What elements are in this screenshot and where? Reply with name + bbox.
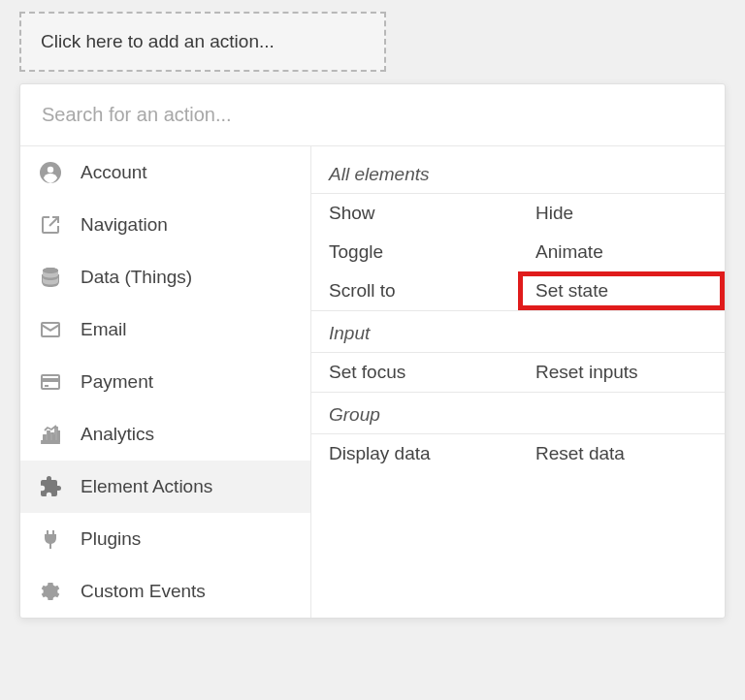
actions-grid: Display data Reset data	[311, 433, 725, 473]
section-input: Input Set focus Reset inputs	[311, 315, 725, 393]
chart-icon	[38, 422, 63, 447]
action-set-focus[interactable]: Set focus	[311, 353, 518, 392]
section-title: Input	[311, 315, 725, 352]
category-label: Email	[81, 319, 127, 340]
category-list: Account Navigation Data (Things)	[20, 146, 311, 618]
category-analytics[interactable]: Analytics	[20, 408, 310, 461]
category-account[interactable]: Account	[20, 146, 310, 199]
category-data[interactable]: Data (Things)	[20, 251, 310, 303]
svg-point-5	[43, 268, 58, 273]
action-set-state[interactable]: Set state	[518, 271, 725, 310]
category-navigation[interactable]: Navigation	[20, 199, 310, 251]
dropdown-columns: Account Navigation Data (Things)	[20, 145, 725, 618]
category-label: Analytics	[81, 424, 154, 445]
category-label: Navigation	[81, 214, 168, 236]
category-label: Plugins	[81, 528, 141, 550]
svg-rect-6	[43, 435, 46, 442]
svg-rect-8	[52, 434, 55, 442]
category-element-actions[interactable]: Element Actions	[20, 461, 310, 513]
category-label: Element Actions	[81, 476, 212, 497]
category-label: Custom Events	[81, 581, 206, 602]
svg-rect-9	[57, 430, 60, 442]
action-animate[interactable]: Animate	[518, 233, 725, 271]
action-reset-data[interactable]: Reset data	[518, 434, 725, 473]
category-plugins[interactable]: Plugins	[20, 513, 310, 565]
add-action-prompt-text: Click here to add an action...	[41, 31, 275, 51]
category-custom-events[interactable]: Custom Events	[20, 565, 310, 618]
section-all-elements: All elements Show Hide Toggle Animate Sc…	[311, 156, 725, 311]
section-title: All elements	[311, 156, 725, 193]
svg-rect-7	[48, 432, 50, 442]
action-hide[interactable]: Hide	[518, 194, 725, 233]
search-row	[20, 84, 725, 145]
external-link-icon	[38, 212, 63, 238]
category-label: Payment	[81, 371, 153, 393]
section-title: Group	[311, 397, 725, 433]
category-label: Account	[81, 162, 147, 183]
section-group: Group Display data Reset data	[311, 397, 725, 473]
database-icon	[38, 265, 63, 290]
user-circle-icon	[38, 160, 63, 185]
category-payment[interactable]: Payment	[20, 356, 310, 408]
actions-grid: Show Hide Toggle Animate Scroll to Set s…	[311, 193, 725, 311]
action-toggle[interactable]: Toggle	[311, 233, 518, 271]
mail-icon	[38, 317, 63, 342]
action-dropdown-panel: Account Navigation Data (Things)	[19, 83, 726, 619]
action-show[interactable]: Show	[311, 194, 518, 233]
category-label: Data (Things)	[81, 267, 192, 288]
svg-point-1	[48, 167, 53, 173]
puzzle-icon	[38, 474, 63, 499]
gears-icon	[38, 579, 63, 604]
action-reset-inputs[interactable]: Reset inputs	[518, 353, 725, 392]
action-display-data[interactable]: Display data	[311, 434, 518, 473]
plug-icon	[38, 526, 63, 552]
actions-panel: All elements Show Hide Toggle Animate Sc…	[311, 146, 725, 618]
action-scroll-to[interactable]: Scroll to	[311, 271, 518, 310]
search-input[interactable]	[42, 104, 703, 126]
credit-card-icon	[38, 369, 63, 395]
add-action-prompt[interactable]: Click here to add an action...	[19, 12, 386, 72]
actions-grid: Set focus Reset inputs	[311, 352, 725, 393]
category-email[interactable]: Email	[20, 303, 310, 356]
